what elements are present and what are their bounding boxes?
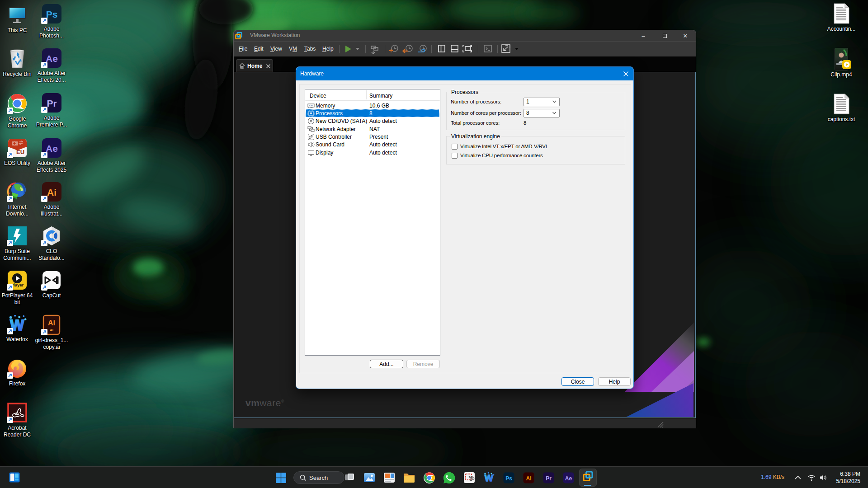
svg-text:Ai: Ai [47, 187, 57, 197]
svg-text:EU: EU [16, 149, 24, 155]
svg-text:Ai: Ai [48, 319, 55, 327]
svg-text:Ps: Ps [46, 9, 57, 19]
svg-text:Pr: Pr [47, 98, 57, 108]
svg-text:Ps: Ps [505, 475, 512, 481]
svg-text:Ae: Ae [565, 475, 572, 481]
svg-text:Pr: Pr [546, 475, 552, 481]
svg-text:W: W [485, 473, 493, 483]
svg-text:Ai: Ai [526, 475, 531, 481]
svg-text:AI: AI [50, 328, 53, 332]
